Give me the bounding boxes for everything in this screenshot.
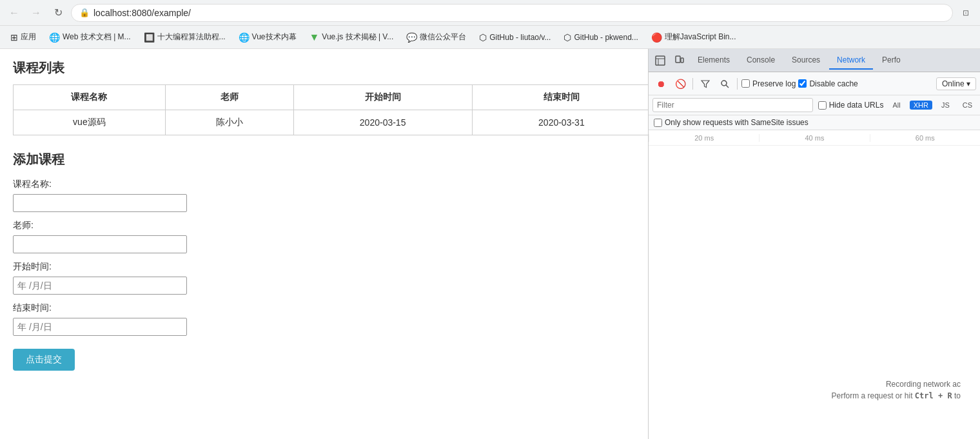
disable-cache-label: Disable cache <box>809 79 858 88</box>
algo-icon: 🔲 <box>144 32 155 43</box>
back-button[interactable]: ← <box>5 4 23 22</box>
add-course-title: 添加课程 <box>13 151 635 168</box>
hide-data-urls-input[interactable] <box>818 101 827 110</box>
tab-performance[interactable]: Perfo <box>874 52 908 70</box>
recording-text: Recording network ac <box>831 380 961 389</box>
bookmarks-bar: ⊞ 应用 🌐 Web 技术文档 | M... 🔲 十大编程算法助程... 🌐 V… <box>0 26 980 49</box>
url-text: localhost:8080/example/ <box>93 8 191 18</box>
end-time-input[interactable] <box>13 318 187 336</box>
network-empty: Recording network ac Perform a request o… <box>831 380 961 400</box>
bookmark-jsbin-label: 理解JavaScript Bin... <box>665 32 736 43</box>
toolbar-separator-2 <box>737 78 738 90</box>
col-header-course-name: 课程名称 <box>14 85 166 110</box>
bookmark-web-docs-label: Web 技术文档 | M... <box>63 32 131 43</box>
filter-all-button[interactable]: All <box>888 101 904 110</box>
search-button[interactable] <box>716 75 733 92</box>
end-time-label: 结束时间: <box>13 302 635 314</box>
bookmark-vue-inner[interactable]: 🌐 Vue技术内幕 <box>233 30 302 44</box>
lock-icon: 🔒 <box>79 8 90 17</box>
vuejs-icon: ▼ <box>309 32 320 43</box>
course-table: 课程名称 老师 开始时间 结束时间 vue源码 陈小小 2020-03-15 2… <box>13 84 648 135</box>
svg-line-4 <box>726 85 729 88</box>
samesite-checkbox[interactable]: Only show requests with SameSite issues <box>654 118 808 127</box>
reload-button[interactable]: ↻ <box>49 4 67 22</box>
online-button[interactable]: Online ▾ <box>936 77 976 90</box>
col-header-end-time: 结束时间 <box>472 85 648 110</box>
github1-icon: ⬡ <box>479 32 487 43</box>
filter-xhr-button[interactable]: XHR <box>910 101 932 110</box>
github2-icon: ⬡ <box>564 32 571 43</box>
teacher-input[interactable] <box>13 235 187 253</box>
hide-data-urls-checkbox[interactable]: Hide data URLs <box>818 101 884 110</box>
table-row: vue源码 陈小小 2020-03-15 2020-03-31 <box>14 110 649 135</box>
timeline-tick-1: 20 ms <box>649 134 759 142</box>
svg-point-3 <box>721 81 727 86</box>
samesite-label: Only show requests with SameSite issues <box>665 118 808 127</box>
apps-icon: ⊞ <box>10 32 18 43</box>
col-header-start-time: 开始时间 <box>293 85 472 110</box>
filter-css-button[interactable]: CS <box>959 101 976 110</box>
url-bar[interactable]: 🔒 localhost:8080/example/ <box>71 4 953 22</box>
extension-button[interactable]: ⊡ <box>957 4 975 22</box>
stop-button[interactable]: 🚫 <box>672 75 689 92</box>
hide-data-urls-label: Hide data URLs <box>829 101 884 110</box>
filter-button[interactable] <box>697 75 714 92</box>
start-time-label: 开始时间: <box>13 261 635 273</box>
devtools-toolbar: ⏺ 🚫 Preserve log Disable ca <box>649 72 980 95</box>
start-time-input[interactable] <box>13 277 187 295</box>
svg-rect-0 <box>656 56 665 65</box>
tab-console[interactable]: Console <box>739 52 783 70</box>
devtools-device-button[interactable] <box>671 52 689 70</box>
bookmark-jsbin[interactable]: 🔴 理解JavaScript Bin... <box>646 30 741 44</box>
devtools-tab-bar: Elements Console Sources Network Perfo <box>649 49 980 72</box>
filter-input[interactable] <box>652 98 813 112</box>
devtools-inspect-button[interactable] <box>651 52 669 70</box>
disable-cache-input[interactable] <box>798 79 807 88</box>
cell-start-time: 2020-03-15 <box>293 110 472 135</box>
devtools-samesite-row: Only show requests with SameSite issues <box>649 115 980 130</box>
bookmark-apps[interactable]: ⊞ 应用 <box>5 30 41 44</box>
browser-address-bar: ← → ↻ 🔒 localhost:8080/example/ ⊡ <box>0 0 980 26</box>
bookmark-vue-inner-label: Vue技术内幕 <box>252 32 297 43</box>
ctrl-r-hint: Ctrl + R <box>915 391 952 400</box>
page-content: 课程列表 课程名称 老师 开始时间 结束时间 vue源码 陈小小 2020-03… <box>0 49 648 439</box>
tab-elements[interactable]: Elements <box>690 52 738 70</box>
svg-rect-2 <box>681 58 683 63</box>
bookmark-vuejs[interactable]: ▼ Vue.js 技术揭秘 | V... <box>304 30 399 45</box>
cell-teacher: 陈小小 <box>165 110 293 135</box>
bookmark-algorithms[interactable]: 🔲 十大编程算法助程... <box>139 30 231 44</box>
bookmark-apps-label: 应用 <box>21 32 36 43</box>
jsbin-icon: 🔴 <box>651 32 662 43</box>
cell-end-time: 2020-03-31 <box>472 110 648 135</box>
devtools-filter-bar: Hide data URLs All XHR JS CS <box>649 95 980 115</box>
preserve-log-label: Preserve log <box>752 79 796 88</box>
vue-inner-icon: 🌐 <box>239 32 250 43</box>
record-button[interactable]: ⏺ <box>652 75 669 92</box>
preserve-log-input[interactable] <box>741 79 750 88</box>
bookmark-algorithms-label: 十大编程算法助程... <box>157 32 226 43</box>
timeline-tick-3: 60 ms <box>870 134 980 142</box>
course-name-input[interactable] <box>13 194 187 212</box>
disable-cache-checkbox[interactable]: Disable cache <box>798 79 858 88</box>
bookmark-web-docs[interactable]: 🌐 Web 技术文档 | M... <box>44 30 136 44</box>
tab-network[interactable]: Network <box>829 52 873 70</box>
web-icon: 🌐 <box>49 32 60 43</box>
bookmark-github1-label: GitHub - liutao/v... <box>489 33 551 42</box>
samesite-input[interactable] <box>654 119 662 127</box>
bookmark-wechat[interactable]: 💬 微信公众平台 <box>401 30 471 44</box>
devtools-panel: Elements Console Sources Network Perfo ⏺… <box>648 49 980 439</box>
submit-button[interactable]: 点击提交 <box>13 349 75 371</box>
preserve-log-checkbox[interactable]: Preserve log <box>741 79 796 88</box>
svg-rect-1 <box>676 56 680 63</box>
cell-course-name: vue源码 <box>14 110 166 135</box>
col-header-teacher: 老师 <box>165 85 293 110</box>
bookmark-github2[interactable]: ⬡ GitHub - pkwend... <box>558 30 643 44</box>
bookmark-github1[interactable]: ⬡ GitHub - liutao/v... <box>474 30 556 44</box>
timeline-tick-2: 40 ms <box>759 134 869 142</box>
filter-js-button[interactable]: JS <box>937 101 954 110</box>
course-name-label: 课程名称: <box>13 179 635 190</box>
add-course-form: 添加课程 课程名称: 老师: 开始时间: 结束时间: 点击提交 <box>13 151 635 371</box>
network-timeline: 20 ms 40 ms 60 ms Recording network ac P… <box>649 130 980 439</box>
forward-button[interactable]: → <box>27 4 45 22</box>
tab-sources[interactable]: Sources <box>784 52 828 70</box>
